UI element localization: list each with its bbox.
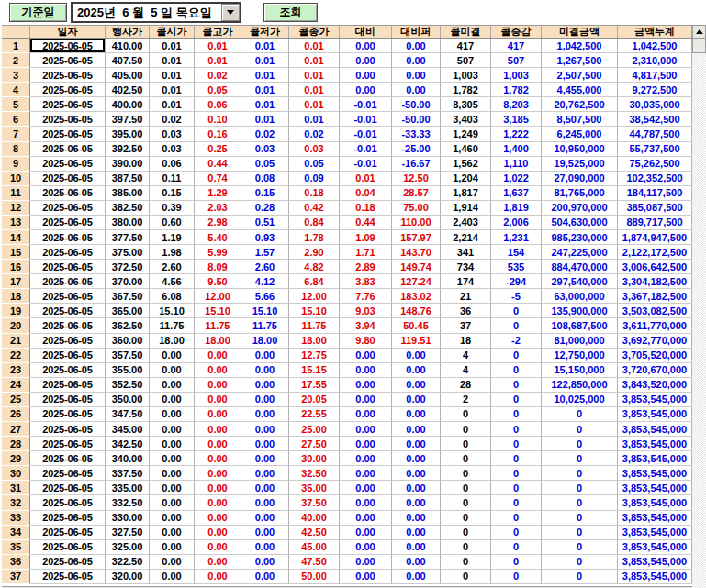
cell-call-oi[interactable]: 0	[441, 451, 491, 466]
cell-oi-amount[interactable]: 0	[542, 570, 618, 584]
cell-call-oi[interactable]: 36	[441, 304, 491, 318]
cell-call-high[interactable]: 0.00	[195, 437, 241, 451]
cell-call-oi[interactable]: 0	[441, 437, 491, 451]
cell-strike[interactable]: 357.50	[106, 349, 150, 363]
cell-call-low[interactable]: 0.00	[241, 570, 289, 584]
cell-oi-amount[interactable]: 0	[542, 555, 618, 570]
cell-oi-change[interactable]: 0	[491, 526, 542, 540]
cell-call-high[interactable]: 8.09	[195, 260, 241, 274]
cell-change-pct[interactable]: 0.00	[392, 68, 441, 83]
cell-call-open[interactable]: 1.98	[150, 245, 195, 260]
cell-call-high[interactable]: 0.00	[195, 378, 241, 393]
cell-call-close[interactable]: 15.15	[289, 363, 340, 378]
cell-call-low[interactable]: 0.00	[241, 495, 289, 510]
cell-amount-cum[interactable]: 3,853,545,000	[618, 526, 692, 540]
cell-strike[interactable]: 372.50	[106, 260, 150, 274]
cell-change-pct[interactable]: 0.00	[392, 437, 441, 451]
cell-call-close[interactable]: 0.01	[289, 39, 340, 53]
cell-call-low[interactable]: 0.00	[241, 481, 289, 495]
cell-change-pct[interactable]: 12.50	[392, 172, 441, 186]
cell-change[interactable]: 0.04	[340, 186, 392, 201]
cell-call-open[interactable]: 0.00	[150, 540, 195, 555]
cell-amount-cum[interactable]: 30,035,000	[618, 97, 692, 112]
cell-call-low[interactable]: 11.75	[241, 318, 289, 333]
cell-amount-cum[interactable]: 1,874,947,500	[618, 230, 692, 245]
cell-call-high[interactable]: 0.74	[195, 172, 241, 186]
cell-change[interactable]: 0.00	[340, 540, 392, 555]
cell-date[interactable]: 2025-06-05	[30, 274, 106, 289]
cell-call-high[interactable]: 0.00	[195, 511, 241, 526]
cell-call-open[interactable]: 0.03	[150, 127, 195, 141]
cell-call-low[interactable]: 0.00	[241, 437, 289, 451]
cell-call-close[interactable]: 0.01	[289, 83, 340, 97]
cell-call-close[interactable]: 0.05	[289, 157, 340, 172]
cell-oi-amount[interactable]: 1,042,500	[542, 39, 618, 53]
cell-strike[interactable]: 387.50	[106, 172, 150, 186]
cell-change-pct[interactable]: -50.00	[392, 97, 441, 112]
cell-call-low[interactable]: 2.60	[241, 260, 289, 274]
cell-oi-amount[interactable]: 135,900,000	[542, 304, 618, 318]
cell-call-close[interactable]: 0.02	[289, 127, 340, 141]
cell-date[interactable]: 2025-06-05	[30, 68, 106, 83]
cell-call-close[interactable]: 2.90	[289, 245, 340, 260]
cell-strike[interactable]: 345.00	[106, 422, 150, 437]
cell-call-high[interactable]: 15.10	[195, 304, 241, 318]
cell-change[interactable]: 0.00	[340, 363, 392, 378]
cell-call-high[interactable]: 9.50	[195, 274, 241, 289]
cell-date[interactable]: 2025-06-05	[30, 481, 106, 495]
cell-amount-cum[interactable]: 2,310,000	[618, 53, 692, 68]
cell-call-open[interactable]: 0.01	[150, 68, 195, 83]
cell-call-oi[interactable]: 0	[441, 466, 491, 481]
cell-call-open[interactable]: 11.75	[150, 318, 195, 333]
cell-call-open[interactable]: 18.00	[150, 334, 195, 349]
cell-oi-amount[interactable]: 4,455,000	[542, 83, 618, 97]
cell-call-low[interactable]: 0.01	[241, 39, 289, 53]
cell-strike[interactable]: 352.50	[106, 378, 150, 393]
cell-change-pct[interactable]: 110.00	[392, 216, 441, 230]
cell-change[interactable]: 0.00	[340, 422, 392, 437]
cell-call-high[interactable]: 0.00	[195, 407, 241, 422]
cell-call-high[interactable]: 0.00	[195, 526, 241, 540]
cell-call-close[interactable]: 30.00	[289, 451, 340, 466]
cell-change-pct[interactable]: 143.70	[392, 245, 441, 260]
cell-call-oi[interactable]: 18	[441, 334, 491, 349]
cell-call-high[interactable]: 0.00	[195, 393, 241, 407]
cell-call-open[interactable]: 0.00	[150, 495, 195, 510]
cell-call-oi[interactable]: 0	[441, 540, 491, 555]
cell-call-close[interactable]: 20.05	[289, 393, 340, 407]
cell-oi-change[interactable]: 507	[491, 53, 542, 68]
cell-call-high[interactable]: 0.00	[195, 495, 241, 510]
cell-call-high[interactable]: 0.25	[195, 142, 241, 157]
cell-date[interactable]: 2025-06-05	[30, 334, 106, 349]
cell-call-low[interactable]: 0.00	[241, 555, 289, 570]
cell-call-low[interactable]: 0.00	[241, 422, 289, 437]
cell-call-close[interactable]: 0.09	[289, 172, 340, 186]
cell-amount-cum[interactable]: 3,843,520,000	[618, 378, 692, 393]
cell-amount-cum[interactable]: 102,352,500	[618, 172, 692, 186]
cell-amount-cum[interactable]: 3,503,082,500	[618, 304, 692, 318]
cell-oi-change[interactable]: 0	[491, 422, 542, 437]
cell-call-open[interactable]: 0.00	[150, 511, 195, 526]
cell-call-oi[interactable]: 2,214	[441, 230, 491, 245]
cell-date[interactable]: 2025-06-05	[30, 437, 106, 451]
cell-change-pct[interactable]: -33.33	[392, 127, 441, 141]
cell-call-close[interactable]: 15.10	[289, 304, 340, 318]
cell-amount-cum[interactable]: 3,853,545,000	[618, 393, 692, 407]
cell-call-open[interactable]: 0.00	[150, 393, 195, 407]
cell-change-pct[interactable]: 0.00	[392, 495, 441, 510]
cell-strike[interactable]: 410.00	[106, 39, 150, 53]
cell-call-open[interactable]: 15.10	[150, 304, 195, 318]
cell-oi-amount[interactable]: 12,750,000	[542, 349, 618, 363]
cell-change[interactable]: -0.01	[340, 157, 392, 172]
cell-oi-amount[interactable]: 122,850,000	[542, 378, 618, 393]
cell-oi-amount[interactable]: 81,765,000	[542, 186, 618, 201]
scrollbar-thumb[interactable]	[692, 39, 706, 53]
cell-change[interactable]: 0.00	[340, 68, 392, 83]
cell-change[interactable]: 0.00	[340, 466, 392, 481]
cell-date[interactable]: 2025-06-05	[30, 216, 106, 230]
cell-strike[interactable]: 405.00	[106, 68, 150, 83]
cell-date[interactable]: 2025-06-05	[30, 349, 106, 363]
cell-call-close[interactable]: 42.50	[289, 526, 340, 540]
cell-change[interactable]: 0.00	[340, 349, 392, 363]
cell-amount-cum[interactable]: 3,367,182,500	[618, 289, 692, 304]
